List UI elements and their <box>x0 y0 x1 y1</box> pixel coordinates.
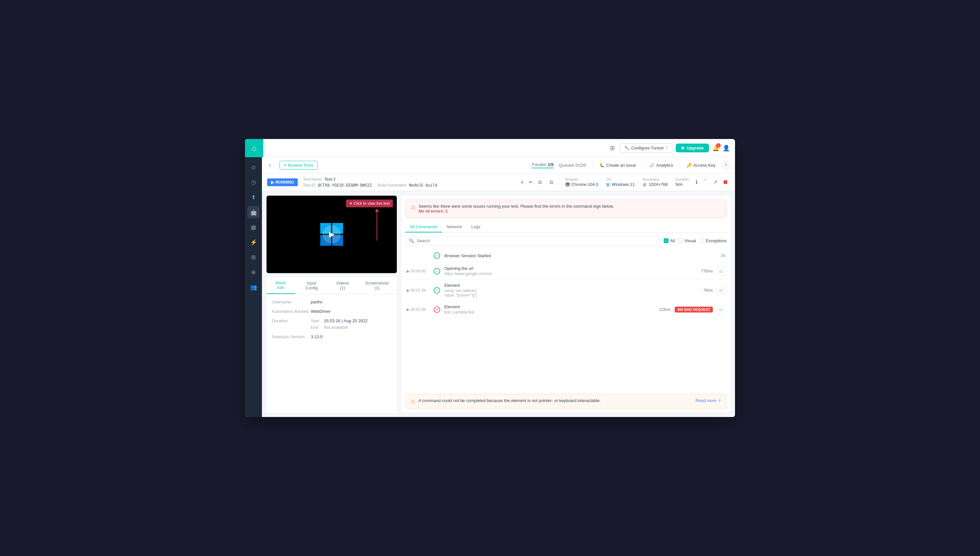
screenshot-button-3[interactable]: ⊡ <box>717 286 725 294</box>
access-key-button[interactable]: 🔑 Access Key <box>687 163 716 168</box>
error-banner: ⚠ Seems like there were some issues runn… <box>405 200 727 218</box>
cmd-name-2: Opening the url <box>444 266 689 271</box>
list-view-button[interactable]: ≡ <box>519 178 525 186</box>
filter-visual[interactable]: Visual <box>678 238 696 243</box>
cmd-duration-2: 770ms <box>693 269 713 273</box>
play-button[interactable]: ▶ <box>322 225 341 244</box>
help-label: ? <box>724 162 727 168</box>
tab-logs[interactable]: Logs <box>467 222 485 233</box>
analytics-button[interactable]: 📈 Analytics <box>649 163 673 168</box>
cmd-time-3: ▶ 00:01:34 <box>407 288 429 293</box>
click-view-text: ✦ Click to view live test <box>349 201 390 206</box>
browser-value: Chrome 104.0 <box>565 182 598 187</box>
back-button[interactable]: ‹ <box>267 160 273 170</box>
command-row-2: ▶ 00:00:00 ✓ Opening the url https://www… <box>405 263 727 280</box>
cmd-name-4: Element <box>444 304 647 309</box>
stop-button[interactable]: ⏹ <box>721 178 730 187</box>
test-name-label: Test Name <box>303 177 322 182</box>
upgrade-label: Upgrade <box>687 145 704 150</box>
search-icon: 🔍 <box>409 238 414 243</box>
cmd-status-4: ✕ <box>433 306 441 313</box>
cmd-duration-1: 2s <box>706 253 725 258</box>
monitor-icon: 🖥 <box>643 182 647 187</box>
screenshot-button-2[interactable]: ⊡ <box>717 267 725 275</box>
cmd-name-1: Browser Session Started <box>444 253 702 258</box>
grid-icon-button[interactable]: ⊞ <box>609 143 616 153</box>
tab-videos[interactable]: Videos (1) <box>328 277 357 294</box>
right-panel: ⚠ Seems like there were some issues runn… <box>402 196 731 412</box>
running-badge: ▶ RUNNING <box>267 178 298 186</box>
help-button[interactable]: ? <box>722 162 730 169</box>
command-row-1: ✓ Browser Session Started 2s <box>405 249 727 263</box>
os-text: Windows 11 <box>612 182 635 187</box>
queued-text: Queued <box>559 163 574 168</box>
screenshot-button-4[interactable]: ⊡ <box>717 305 725 314</box>
tab-input-config[interactable]: Input Config <box>295 277 328 294</box>
resolution-text: 1024×768 <box>649 182 667 187</box>
tab-basic-info[interactable]: Basic Info <box>267 277 295 294</box>
tab-all-commands[interactable]: All Commands <box>405 222 442 233</box>
selenium-value: 3.13.0 <box>311 334 322 339</box>
queued-value: 0/150 <box>575 163 586 168</box>
filter-visual-label: Visual <box>685 238 696 243</box>
browse-tests-button[interactable]: ≡ Browse Tests <box>280 161 317 170</box>
arrow-up <box>377 211 377 241</box>
sidebar: ⊙ ◷ ⬆ 🤖 ▦ ⚡ ⊞ <box>245 157 262 417</box>
parallel-info: Parallel 1/5 Queued 0/150 <box>532 162 586 168</box>
notifications-button[interactable]: 🔔 1 <box>712 144 719 152</box>
os-value: ⊞ Windows 11 <box>606 182 635 187</box>
status-ok-icon-3: ✓ <box>434 287 440 294</box>
build-value: NodeJS build <box>409 183 437 187</box>
user-menu-button[interactable]: 👤 <box>722 144 730 152</box>
search-input[interactable] <box>417 238 656 243</box>
access-key-label: Access Key <box>693 163 716 168</box>
duration-row: Duration Start 15:53:16 | Aug 25 2022 En… <box>272 318 392 330</box>
basic-info-panel: Username parthc Automation Backed WebDri… <box>267 294 397 349</box>
sidebar-item-users[interactable]: 👥 <box>247 281 260 293</box>
sidebar-item-lightning[interactable]: ⚡ <box>247 236 260 248</box>
chrome-icon <box>565 182 570 187</box>
info-button[interactable]: ℹ <box>694 178 699 186</box>
filter-exceptions[interactable]: Exceptions <box>699 238 727 243</box>
analytics-icon: 📈 <box>649 163 654 168</box>
sidebar-item-clock[interactable]: ◷ <box>247 176 260 189</box>
edit-button[interactable]: ✏ <box>528 178 534 186</box>
click-to-view-label[interactable]: ✦ Click to view live test <box>346 200 393 207</box>
tab-screenshots[interactable]: Screenshots (1) <box>357 277 397 294</box>
search-filter-row: 🔍 ✓ All Visual <box>402 233 731 249</box>
duplicate-button[interactable]: ⧉ <box>548 178 554 186</box>
sidebar-item-dashboard[interactable]: ⊙ <box>247 161 260 173</box>
command-row-4: ▶ 00:01:94 ✕ Element text: LambdaTest 12… <box>405 301 727 318</box>
cmd-status-3: ✓ <box>433 287 441 294</box>
commands-list: ✓ Browser Session Started 2s ▶ 00:00:00 <box>402 249 731 391</box>
nav-divider-3 <box>680 162 680 169</box>
filter-all[interactable]: ✓ All <box>664 238 675 243</box>
app-bar-right: ⊞ 🔧 Configure Tunnel ? ⊕ Upgrade 🔔 1 👤 <box>609 143 730 153</box>
key-icon: 🔑 <box>687 163 692 168</box>
duration-key-label: Duration <box>272 318 311 330</box>
copy-button[interactable]: ⧉ <box>537 178 543 186</box>
app-bar: ⌂ ⊞ 🔧 Configure Tunnel ? ⊕ Upgrade 🔔 1 👤 <box>245 139 735 157</box>
sidebar-item-layers[interactable]: ⊞ <box>247 251 260 263</box>
sidebar-item-upload[interactable]: ⬆ <box>247 191 260 204</box>
tab-network[interactable]: Network <box>442 222 467 233</box>
sidebar-item-robot[interactable]: 🤖 <box>247 206 260 218</box>
create-issue-button[interactable]: 🐛 Create an issue <box>599 163 636 168</box>
screenshot-icon-4: ⊡ <box>719 307 722 312</box>
test-env-info: Browser Chrome 104.0 OS ⊞ Windows 11 <box>560 178 689 187</box>
status-error-icon-4: ✕ <box>434 306 440 313</box>
read-more-link[interactable]: Read more ↗ <box>696 398 721 403</box>
bookmark-button[interactable]: ⌒ <box>701 178 709 187</box>
configure-tunnel-button[interactable]: 🔧 Configure Tunnel ? <box>619 143 673 153</box>
duration-block: Start 15:53:16 | Aug 25 2022 End Not ava… <box>311 318 368 330</box>
sidebar-item-plus[interactable]: ⊕ <box>247 266 260 278</box>
username-value: parthc <box>311 299 322 304</box>
sidebar-item-chart[interactable]: ▦ <box>247 221 260 233</box>
search-box: 🔍 <box>405 236 660 246</box>
cmd-time-2: ▶ 00:00:00 <box>407 269 429 273</box>
upgrade-button[interactable]: ⊕ Upgrade <box>676 144 709 152</box>
status-ok-icon-1: ✓ <box>434 252 440 259</box>
screenshot-icon-2: ⊡ <box>719 269 722 273</box>
end-value: Not available <box>324 325 348 330</box>
share-button[interactable]: ↗ <box>712 178 719 186</box>
